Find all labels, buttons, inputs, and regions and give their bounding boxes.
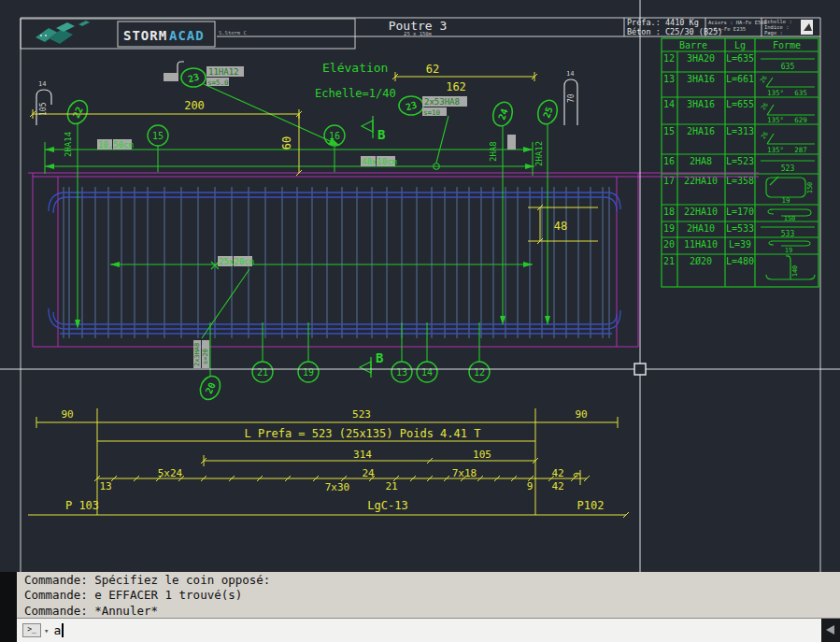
svg-text:140: 140 — [791, 265, 799, 278]
hook-right-len: 70 — [567, 93, 576, 103]
drawing-canvas[interactable]: STORM ACAD S.Storm C Poutre 3 25 x 150m … — [0, 0, 840, 572]
label-48x10cm: 48x10cm — [362, 157, 397, 166]
bubble-23b[interactable]: 23 — [399, 96, 423, 115]
dim-42-bottom: 42 — [551, 480, 563, 492]
svg-text:22HA10: 22HA10 — [684, 176, 718, 186]
view-scale: Echelle=1/40 — [315, 87, 396, 100]
info-acier-2: Ls-Fe E235 — [715, 26, 746, 32]
svg-text:15: 15 — [663, 126, 675, 136]
cad-application-window: STORM ACAD S.Storm C Poutre 3 25 x 150m … — [0, 0, 840, 642]
svg-text:629: 629 — [794, 116, 807, 124]
svg-text:19: 19 — [663, 223, 675, 234]
dim-60: 60 — [280, 136, 293, 150]
svg-text:523: 523 — [781, 164, 795, 173]
title-block: Poutre 3 25 x 150m Préfa.: 4410 Kg Béton… — [389, 18, 813, 36]
dim-24: 24 — [362, 467, 375, 479]
view-title: Elévation — [322, 61, 388, 75]
label-25x20cm: 25x20cm — [219, 257, 254, 266]
bubble-22[interactable]: 22 — [64, 97, 91, 127]
dim-200: 200 — [184, 99, 205, 112]
dim-90-left: 90 — [61, 408, 73, 421]
svg-text:26: 26 — [760, 101, 770, 111]
hook-right-dia: 14 — [566, 70, 574, 78]
svg-text:26: 26 — [759, 74, 769, 84]
svg-text:16: 16 — [329, 131, 340, 141]
dim-42-top: 42 — [551, 467, 563, 479]
scroll-arrow-icon[interactable] — [826, 625, 834, 635]
table-header-forme: Forme — [773, 40, 801, 50]
bubble-12[interactable]: 12 — [469, 362, 490, 382]
bubble-14[interactable]: 14 — [417, 362, 437, 382]
dim-105: 105 — [473, 449, 491, 461]
svg-text:12: 12 — [663, 53, 675, 64]
beam-outline — [28, 173, 759, 347]
svg-text:287: 287 — [794, 146, 807, 154]
text-cursor — [62, 623, 64, 637]
svg-text:3HA16: 3HA16 — [687, 99, 715, 109]
dim-62: 62 — [426, 63, 439, 76]
svg-text:L=358: L=358 — [726, 176, 754, 186]
bubble-21[interactable]: 21 — [252, 362, 273, 382]
svg-text:15: 15 — [152, 131, 164, 141]
command-history-line: Commande: e EFFACER 1 trouvé(s) — [24, 588, 840, 603]
chevron-down-icon[interactable]: ▾ — [44, 626, 49, 635]
bubble-20[interactable]: 20 — [196, 373, 223, 403]
svg-text:24: 24 — [496, 107, 509, 121]
table-row[interactable]: 21 2Ø20 L=480 140 — [663, 256, 815, 279]
hook-left-dia: 14 — [38, 80, 46, 88]
bubble-15[interactable]: 15 — [148, 125, 168, 146]
section-marker-top-icon: B — [362, 116, 385, 142]
bubble-23a[interactable]: 23 — [181, 68, 206, 87]
label-s10: s=10 — [423, 108, 441, 117]
table-row[interactable]: 16 2HA8 L=523 523 — [663, 156, 815, 173]
svg-text:21: 21 — [663, 256, 675, 266]
label-2ha8: 2HA8 — [489, 141, 498, 162]
page-subtitle: 25 x 150m — [404, 31, 432, 36]
label-2ha14: 2HA14 — [64, 132, 73, 157]
command-input-value[interactable]: a — [53, 623, 61, 637]
dim-48: 48 — [554, 220, 567, 233]
info-prefa: Préfa.: 4410 Kg — [627, 18, 699, 27]
svg-text:135°: 135° — [767, 116, 784, 124]
table-header-barre: Barre — [679, 40, 707, 50]
table-row[interactable]: 18 22HA10 L=170 150 — [663, 207, 811, 222]
svg-text:L=39: L=39 — [729, 239, 751, 250]
dim-314: 314 — [353, 449, 372, 461]
bubble-25[interactable]: 25 — [534, 97, 561, 126]
brand-storm: STORM — [123, 28, 167, 43]
svg-text:20: 20 — [204, 380, 218, 395]
bar-schedule-table: Barre Lg Forme 12 3HA20 L=635 635 13 3HA… — [662, 38, 819, 287]
table-row[interactable]: 13 3HA16 L=661 26 135° 635 — [663, 74, 815, 97]
svg-text:23: 23 — [405, 100, 418, 113]
dim-9: 9 — [527, 480, 534, 492]
svg-text:2HA16: 2HA16 — [687, 126, 715, 136]
table-row[interactable]: 12 3HA20 L=635 635 — [663, 53, 815, 71]
svg-text:13: 13 — [663, 74, 675, 84]
table-row[interactable]: 20 11HA10 L=39 19 — [663, 239, 810, 254]
support-right: P102 — [577, 499, 605, 512]
bubble-13[interactable]: 13 — [392, 362, 412, 382]
table-row[interactable]: 17 22HA10 L=358 150 19 — [663, 176, 814, 205]
pickbox — [634, 364, 646, 375]
bubble-19[interactable]: 19 — [298, 362, 319, 382]
table-row[interactable]: 15 2HA16 L=313 26 135° 287 — [663, 126, 815, 154]
annotation-lines — [45, 84, 548, 377]
label-2x3ha8: 2x3HA8 — [193, 343, 201, 366]
label-10-50cm: 10,50cm — [98, 140, 134, 150]
bubble-24[interactable]: 24 — [490, 99, 516, 128]
table-row[interactable]: 19 2HA10 L=533 533 — [663, 223, 815, 238]
svg-text:135°: 135° — [767, 89, 784, 97]
section-label-bottom: B — [376, 350, 383, 365]
command-history[interactable]: Commande: Spécifiez le coin opposé: Comm… — [17, 572, 840, 619]
svg-text:L=523: L=523 — [726, 156, 754, 166]
prompt-icon[interactable]: >_ — [22, 623, 41, 637]
command-input-row[interactable]: >_ ▾ a — [17, 619, 821, 642]
svg-text:14: 14 — [663, 99, 675, 109]
svg-text:22: 22 — [71, 105, 85, 120]
stirrup-lines — [64, 187, 609, 338]
svg-text:L=170: L=170 — [726, 207, 754, 217]
table-row[interactable]: 14 3HA16 L=655 26 135° 629 — [663, 99, 815, 124]
info-acier-1: Aciers : HA-Fe E500 — [708, 20, 767, 25]
label-11ha12: 11HA12 — [208, 67, 239, 77]
section-label-top: B — [377, 127, 385, 142]
